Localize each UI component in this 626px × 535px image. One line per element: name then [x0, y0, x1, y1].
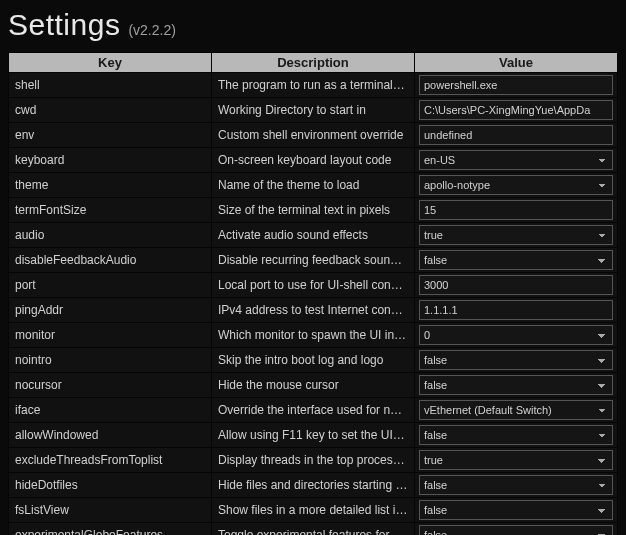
setting-key: keyboard — [9, 148, 212, 173]
setting-select-theme[interactable]: apollo-notype — [419, 175, 613, 195]
setting-value-cell: apollo-notype — [415, 173, 618, 198]
setting-key: shell — [9, 73, 212, 98]
setting-select-fsListView[interactable]: false — [419, 500, 613, 520]
col-value: Value — [415, 53, 618, 73]
setting-value-cell — [415, 73, 618, 98]
setting-key: allowWindowed — [9, 423, 212, 448]
setting-value-cell — [415, 273, 618, 298]
setting-value-cell: en-US — [415, 148, 618, 173]
setting-key: pingAddr — [9, 298, 212, 323]
setting-description: Size of the terminal text in pixels — [212, 198, 415, 223]
col-key: Key — [9, 53, 212, 73]
setting-input-env[interactable] — [419, 125, 613, 145]
table-row: excludeThreadsFromToplistDisplay threads… — [9, 448, 618, 473]
setting-description: Working Directory to start in — [212, 98, 415, 123]
setting-description: Which monitor to spawn the UI in (defaul… — [212, 323, 415, 348]
table-row: termFontSizeSize of the terminal text in… — [9, 198, 618, 223]
setting-description: Hide the mouse cursor — [212, 373, 415, 398]
setting-input-termFontSize[interactable] — [419, 200, 613, 220]
setting-description: Override the interface used for network … — [212, 398, 415, 423]
table-row: portLocal port to use for UI-shell conne… — [9, 273, 618, 298]
setting-value-cell: false — [415, 523, 618, 536]
page-header: Settings (v2.2.2) — [8, 8, 618, 42]
col-description: Description — [212, 53, 415, 73]
setting-value-cell: true — [415, 223, 618, 248]
setting-input-port[interactable] — [419, 275, 613, 295]
setting-description: Display threads in the top processes lis… — [212, 448, 415, 473]
setting-description: Local port to use for UI-shell connectio… — [212, 273, 415, 298]
setting-key: env — [9, 123, 212, 148]
setting-description: Disable recurring feedback sound FX (inp… — [212, 248, 415, 273]
setting-select-hideDotfiles[interactable]: false — [419, 475, 613, 495]
setting-key: nointro — [9, 348, 212, 373]
setting-select-keyboard[interactable]: en-US — [419, 150, 613, 170]
table-row: audioActivate audio sound effectstrue — [9, 223, 618, 248]
setting-key: port — [9, 273, 212, 298]
setting-value-cell: 0 — [415, 323, 618, 348]
setting-description: Allow using F11 key to set the UI in win… — [212, 423, 415, 448]
settings-table: Key Description Value shellThe program t… — [8, 52, 618, 535]
setting-key: experimentalGlobeFeatures — [9, 523, 212, 536]
table-row: nocursorHide the mouse cursorfalse — [9, 373, 618, 398]
table-row: envCustom shell environment override — [9, 123, 618, 148]
table-row: allowWindowedAllow using F11 key to set … — [9, 423, 618, 448]
setting-select-disableFeedbackAudio[interactable]: false — [419, 250, 613, 270]
table-row: themeName of the theme to loadapollo-not… — [9, 173, 618, 198]
setting-select-allowWindowed[interactable]: false — [419, 425, 613, 445]
setting-key: monitor — [9, 323, 212, 348]
setting-description: Name of the theme to load — [212, 173, 415, 198]
setting-input-pingAddr[interactable] — [419, 300, 613, 320]
setting-description: IPv4 address to test Internet connectivi… — [212, 298, 415, 323]
table-row: monitorWhich monitor to spawn the UI in … — [9, 323, 618, 348]
setting-select-iface[interactable]: vEthernet (Default Switch) — [419, 400, 613, 420]
setting-value-cell: false — [415, 473, 618, 498]
setting-value-cell — [415, 123, 618, 148]
setting-key: fsListView — [9, 498, 212, 523]
setting-value-cell — [415, 98, 618, 123]
table-row: ifaceOverride the interface used for net… — [9, 398, 618, 423]
setting-value-cell: false — [415, 373, 618, 398]
setting-description: Show files in a more detailed list inste… — [212, 498, 415, 523]
setting-value-cell: false — [415, 248, 618, 273]
setting-value-cell: vEthernet (Default Switch) — [415, 398, 618, 423]
table-row: hideDotfilesHide files and directories s… — [9, 473, 618, 498]
setting-select-experimentalGlobeFeatures[interactable]: false — [419, 525, 613, 535]
setting-select-excludeThreadsFromToplist[interactable]: true — [419, 450, 613, 470]
setting-description: On-screen keyboard layout code — [212, 148, 415, 173]
page-title: Settings — [8, 8, 120, 42]
setting-select-nocursor[interactable]: false — [419, 375, 613, 395]
setting-select-nointro[interactable]: false — [419, 350, 613, 370]
setting-description: Hide files and directories starting with… — [212, 473, 415, 498]
table-row: fsListViewShow files in a more detailed … — [9, 498, 618, 523]
table-row: cwdWorking Directory to start in — [9, 98, 618, 123]
setting-value-cell: false — [415, 423, 618, 448]
setting-key: theme — [9, 173, 212, 198]
table-row: nointroSkip the intro boot log and logof… — [9, 348, 618, 373]
setting-description: Custom shell environment override — [212, 123, 415, 148]
setting-select-audio[interactable]: true — [419, 225, 613, 245]
setting-value-cell — [415, 298, 618, 323]
setting-description: Activate audio sound effects — [212, 223, 415, 248]
setting-description: Skip the intro boot log and logo — [212, 348, 415, 373]
table-row: disableFeedbackAudioDisable recurring fe… — [9, 248, 618, 273]
table-row: keyboardOn-screen keyboard layout codeen… — [9, 148, 618, 173]
setting-key: cwd — [9, 98, 212, 123]
version-label: (v2.2.2) — [128, 22, 175, 38]
setting-value-cell — [415, 198, 618, 223]
table-row: experimentalGlobeFeaturesToggle experime… — [9, 523, 618, 536]
setting-input-shell[interactable] — [419, 75, 613, 95]
table-row: shellThe program to run as a terminal em… — [9, 73, 618, 98]
setting-value-cell: false — [415, 498, 618, 523]
setting-key: hideDotfiles — [9, 473, 212, 498]
setting-value-cell: false — [415, 348, 618, 373]
setting-select-monitor[interactable]: 0 — [419, 325, 613, 345]
setting-input-cwd[interactable] — [419, 100, 613, 120]
setting-key: disableFeedbackAudio — [9, 248, 212, 273]
setting-key: excludeThreadsFromToplist — [9, 448, 212, 473]
setting-key: audio — [9, 223, 212, 248]
setting-value-cell: true — [415, 448, 618, 473]
setting-key: nocursor — [9, 373, 212, 398]
setting-key: iface — [9, 398, 212, 423]
setting-description: Toggle experimental features for the net… — [212, 523, 415, 536]
table-row: pingAddrIPv4 address to test Internet co… — [9, 298, 618, 323]
